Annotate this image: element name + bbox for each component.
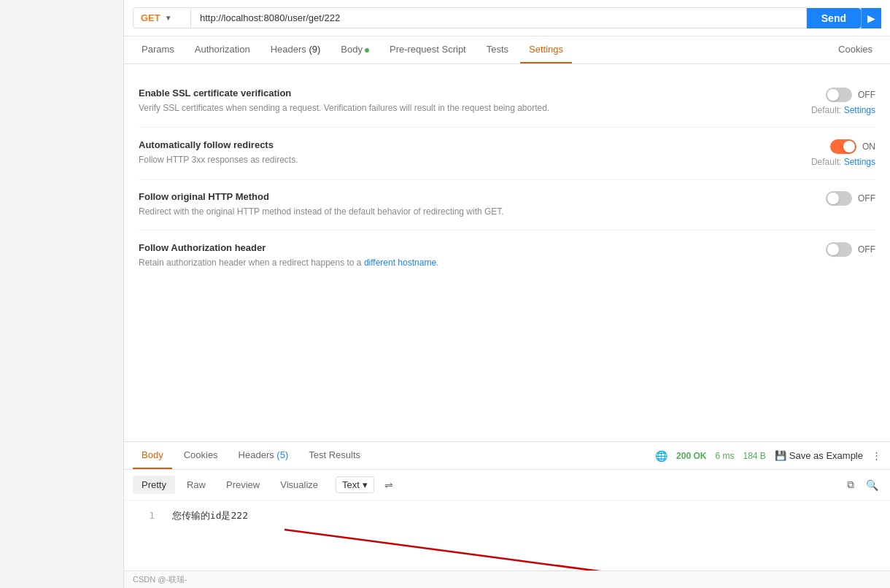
response-tab-test-results-label: Test Results bbox=[309, 449, 360, 460]
sidebar bbox=[0, 0, 124, 588]
copy-icon[interactable]: ⧉ bbox=[844, 476, 857, 494]
response-tab-cookies[interactable]: Cookies bbox=[175, 442, 227, 469]
tab-cookies-right-label: Cookies bbox=[838, 44, 872, 55]
auth-header-toggle-container: OFF bbox=[826, 242, 875, 257]
format-tab-raw[interactable]: Raw bbox=[178, 476, 214, 494]
response-line-1: 1 您传输的id是222 bbox=[133, 509, 881, 522]
auth-header-setting-desc: Retain authorization header when a redir… bbox=[139, 256, 692, 269]
ssl-default-text: Default: Settings bbox=[811, 105, 875, 115]
auth-header-toggle[interactable] bbox=[826, 242, 852, 257]
response-tab-test-results[interactable]: Test Results bbox=[300, 442, 369, 469]
redirects-setting-info: Automatically follow redirects Follow HT… bbox=[139, 139, 692, 166]
ssl-setting-row: Enable SSL certificate verification Veri… bbox=[139, 76, 875, 128]
ssl-settings-link[interactable]: Settings bbox=[844, 105, 875, 115]
tab-cookies-right[interactable]: Cookies bbox=[829, 36, 881, 63]
ssl-setting-info: Enable SSL certificate verification Veri… bbox=[139, 88, 692, 115]
ssl-setting-desc: Verify SSL certificates when sending a r… bbox=[139, 101, 692, 115]
tab-headers-label: Headers (9) bbox=[271, 44, 321, 55]
method-selector[interactable]: GET ▼ bbox=[133, 7, 191, 28]
redirects-default-text: Default: Settings bbox=[811, 157, 875, 167]
text-format-dropdown[interactable]: Text ▾ bbox=[336, 476, 374, 493]
tab-pre-request-label: Pre-request Script bbox=[390, 44, 466, 55]
http-method-toggle[interactable] bbox=[826, 191, 852, 206]
tab-params[interactable]: Params bbox=[133, 36, 183, 63]
tab-authorization[interactable]: Authorization bbox=[186, 36, 259, 63]
tab-params-label: Params bbox=[142, 44, 174, 55]
http-method-setting-desc: Redirect with the original HTTP method i… bbox=[139, 205, 692, 218]
tab-body-label: Body bbox=[341, 44, 369, 55]
http-method-setting-control: OFF bbox=[773, 191, 875, 206]
format-tab-visualize[interactable]: Visualize bbox=[271, 476, 327, 494]
code-line-1: 您传输的id是222 bbox=[172, 510, 248, 521]
response-tab-body-label: Body bbox=[142, 449, 163, 460]
http-method-toggle-container: OFF bbox=[826, 191, 875, 206]
response-tab-cookies-label: Cookies bbox=[184, 449, 218, 460]
response-tab-body[interactable]: Body bbox=[133, 442, 172, 469]
url-input[interactable] bbox=[191, 7, 807, 28]
redirects-toggle-label: ON bbox=[862, 142, 875, 152]
search-icon[interactable]: 🔍 bbox=[863, 476, 881, 494]
response-more-icon[interactable]: ⋮ bbox=[872, 450, 881, 461]
status-badge: 200 OK bbox=[676, 451, 706, 461]
globe-icon[interactable]: 🌐 bbox=[655, 450, 668, 462]
format-tab-preview-label: Preview bbox=[226, 479, 260, 490]
tab-settings-label: Settings bbox=[529, 44, 563, 55]
redirects-setting-desc: Follow HTTP 3xx responses as redirects. bbox=[139, 153, 692, 166]
format-tab-visualize-label: Visualize bbox=[280, 479, 318, 490]
http-method-setting-row: Follow original HTTP Method Redirect wit… bbox=[139, 179, 875, 231]
redirects-settings-link[interactable]: Settings bbox=[844, 157, 875, 167]
tab-tests[interactable]: Tests bbox=[478, 36, 517, 63]
format-tab-raw-label: Raw bbox=[187, 479, 206, 490]
text-format-label: Text bbox=[342, 479, 360, 490]
auth-header-setting-title: Follow Authorization header bbox=[139, 242, 692, 253]
redirects-setting-title: Automatically follow redirects bbox=[139, 139, 692, 150]
auth-header-setting-info: Follow Authorization header Retain autho… bbox=[139, 242, 692, 269]
tab-pre-request[interactable]: Pre-request Script bbox=[381, 36, 475, 63]
redirects-setting-row: Automatically follow redirects Follow HT… bbox=[139, 128, 875, 179]
ssl-toggle[interactable] bbox=[826, 88, 852, 102]
response-time: 6 ms bbox=[715, 451, 734, 461]
tab-body[interactable]: Body bbox=[332, 36, 378, 63]
redirects-setting-control: ON Default: Settings bbox=[773, 139, 875, 167]
watermark-text: CSDN @-联瑞- bbox=[133, 575, 187, 584]
auth-header-setting-control: OFF bbox=[773, 242, 875, 257]
redirects-toggle-container: ON bbox=[830, 139, 875, 154]
redirects-toggle[interactable] bbox=[830, 139, 856, 154]
method-label: GET bbox=[141, 12, 160, 23]
request-tabs: Params Authorization Headers (9) Body Pr… bbox=[124, 36, 890, 64]
tab-settings[interactable]: Settings bbox=[520, 36, 572, 63]
save-example-label: Save as Example bbox=[789, 450, 863, 461]
response-section: Body Cookies Headers (5) Test Results 🌐 … bbox=[124, 441, 890, 588]
url-bar: GET ▼ Send ▶ bbox=[124, 0, 890, 36]
settings-content: Enable SSL certificate verification Veri… bbox=[124, 64, 890, 441]
response-tabs: Body Cookies Headers (5) Test Results 🌐 … bbox=[124, 442, 890, 470]
text-format-chevron-icon: ▾ bbox=[363, 479, 368, 490]
format-tab-pretty[interactable]: Pretty bbox=[133, 476, 175, 494]
auth-header-setting-row: Follow Authorization header Retain autho… bbox=[139, 231, 875, 281]
response-toolbar: Pretty Raw Preview Visualize Text ▾ ⇌ ⧉ … bbox=[124, 470, 890, 500]
ssl-toggle-label: OFF bbox=[858, 90, 875, 100]
tab-headers[interactable]: Headers (9) bbox=[262, 36, 330, 63]
method-chevron-icon: ▼ bbox=[165, 14, 172, 22]
wrap-lines-icon[interactable]: ⇌ bbox=[382, 476, 396, 494]
format-tab-preview[interactable]: Preview bbox=[217, 476, 268, 494]
response-tab-headers[interactable]: Headers (5) bbox=[230, 442, 298, 469]
http-method-setting-title: Follow original HTTP Method bbox=[139, 191, 692, 202]
save-icon: 💾 bbox=[775, 450, 786, 461]
auth-header-toggle-label: OFF bbox=[858, 244, 875, 255]
tab-tests-label: Tests bbox=[487, 44, 508, 55]
ssl-setting-control: OFF Default: Settings bbox=[773, 88, 875, 115]
format-tab-pretty-label: Pretty bbox=[142, 479, 166, 490]
different-hostname-link[interactable]: different hostname bbox=[364, 258, 436, 268]
save-example-button[interactable]: 💾 Save as Example bbox=[775, 450, 863, 461]
send-dropdown-button[interactable]: ▶ bbox=[861, 8, 881, 28]
response-tab-headers-label: Headers (5) bbox=[239, 449, 289, 460]
send-button[interactable]: Send bbox=[807, 8, 861, 28]
bottom-watermark: CSDN @-联瑞- bbox=[124, 570, 890, 588]
tab-authorization-label: Authorization bbox=[195, 44, 250, 55]
response-size: 184 B bbox=[743, 451, 765, 461]
response-meta: 🌐 200 OK 6 ms 184 B 💾 Save as Example ⋮ bbox=[655, 450, 881, 462]
http-method-setting-info: Follow original HTTP Method Redirect wit… bbox=[139, 191, 692, 218]
ssl-toggle-container: OFF bbox=[826, 88, 875, 102]
line-number-1: 1 bbox=[133, 510, 155, 521]
